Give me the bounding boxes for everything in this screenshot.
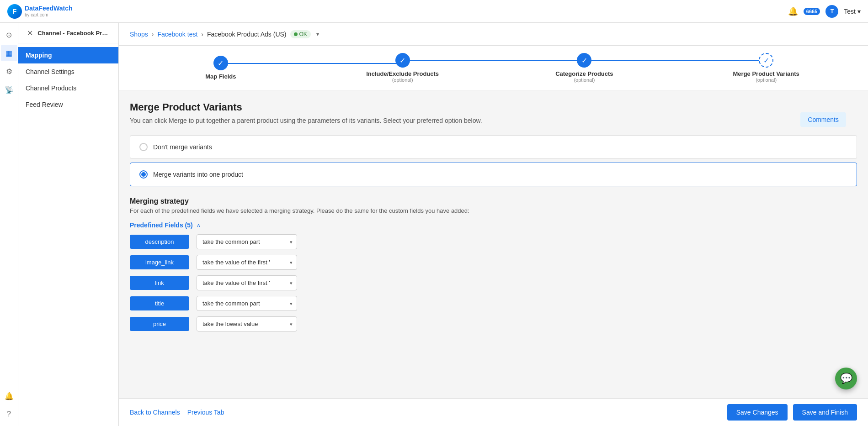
back-to-channels-button[interactable]: Back to Channels (130, 409, 180, 416)
sidebar-icon-bell[interactable]: 🔔 (1, 388, 17, 404)
field-tag-description[interactable]: description (130, 235, 189, 249)
step-circle-2: ✓ (395, 53, 410, 68)
option-no-merge[interactable]: Don't merge variants (130, 135, 857, 159)
status-dot (294, 32, 298, 36)
nav-item-feed-review[interactable]: Feed Review (18, 96, 118, 113)
field-row-title: title take the common part take the valu… (130, 296, 857, 311)
step-include-exclude: ✓ Include/Exclude Products (optional) (312, 53, 494, 83)
field-tag-title[interactable]: title (130, 296, 189, 310)
radio-merge-inner (141, 172, 146, 177)
field-select-price[interactable]: take the common part take the value of t… (197, 316, 297, 331)
main-content: Merge Product Variants You can click Mer… (119, 90, 868, 398)
panel-title: Channel - Facebook Produ... (37, 30, 111, 37)
select-wrapper-title: take the common part take the value of t… (197, 296, 297, 311)
close-panel-button[interactable]: ✕ (26, 28, 34, 37)
field-tag-image-link[interactable]: image_link (130, 255, 189, 269)
field-select-description[interactable]: take the common part take the value of t… (197, 234, 297, 249)
main-layout: ⊙ ▦ ⚙ 📡 🔔 ? ✕ Channel - Facebook Produ..… (0, 23, 868, 426)
option-merge[interactable]: Merge variants into one product (130, 163, 857, 186)
breadcrumb-current: Facebook Product Ads (US) (207, 31, 287, 38)
logo-icon: F (7, 4, 22, 19)
left-panel: ✕ Channel - Facebook Produ... Mapping Ch… (18, 23, 119, 426)
strategy-section: Merging strategy For each of the predefi… (130, 197, 857, 331)
predefined-label[interactable]: Predefined Fields (5) (130, 221, 193, 229)
field-row-link: link take the common part take the value… (130, 275, 857, 290)
field-select-link[interactable]: take the common part take the value of t… (197, 275, 297, 290)
select-wrapper-price: take the common part take the value of t… (197, 316, 297, 331)
logo-text: DataFeedWatch by cart.com (25, 5, 73, 18)
field-tag-price[interactable]: price (130, 317, 189, 331)
step-circle-4: ✓ (759, 53, 773, 68)
field-select-image-link[interactable]: take the common part take the value of t… (197, 255, 297, 270)
sidebar-icon-grid[interactable]: ▦ (1, 45, 17, 61)
topbar-right: 🔔 6665 T Test ▾ (788, 5, 861, 18)
icon-sidebar: ⊙ ▦ ⚙ 📡 🔔 ? (0, 23, 18, 426)
nav-item-mapping[interactable]: Mapping (18, 47, 118, 63)
field-select-title[interactable]: take the common part take the value of t… (197, 296, 297, 311)
chat-fab-button[interactable]: 💬 (835, 368, 857, 389)
option-no-merge-label: Don't merge variants (153, 143, 212, 151)
breadcrumb-bar: Shops › Facebook test › Facebook Product… (119, 23, 868, 46)
radio-no-merge (139, 143, 148, 151)
bell-icon[interactable]: 🔔 (788, 6, 798, 16)
radio-merge (139, 170, 148, 179)
strategy-description: For each of the predefined fields we hav… (130, 207, 857, 214)
step-merge: ✓ Merge Product Variants (optional) (675, 53, 857, 83)
topbar: F DataFeedWatch by cart.com 🔔 6665 T Tes… (0, 0, 868, 23)
select-wrapper-image-link: take the common part take the value of t… (197, 255, 297, 270)
save-finish-button[interactable]: Save and Finish (793, 404, 857, 421)
user-menu[interactable]: Test ▾ (844, 8, 861, 15)
field-row-price: price take the common part take the valu… (130, 316, 857, 331)
step-label-1: Map Fields (205, 73, 236, 80)
step-circle-1: ✓ (213, 56, 228, 70)
bottom-left: Back to Channels Previous Tab (130, 409, 224, 416)
predefined-header: Predefined Fields (5) ∧ (130, 221, 857, 229)
user-dropdown-icon: ▾ (857, 8, 861, 15)
breadcrumb-shops[interactable]: Shops (130, 31, 148, 38)
user-avatar: T (825, 5, 838, 18)
nav-item-channel-products[interactable]: Channel Products (18, 80, 118, 96)
step-label-2: Include/Exclude Products (366, 70, 439, 77)
select-wrapper-description: take the common part take the value of t… (197, 234, 297, 249)
comments-button[interactable]: Comments (800, 112, 846, 127)
content-area: Shops › Facebook test › Facebook Product… (119, 23, 868, 426)
step-label-3: Categorize Products (555, 70, 613, 77)
previous-tab-button[interactable]: Previous Tab (187, 409, 224, 416)
left-nav: Mapping Channel Settings Channel Product… (18, 43, 118, 116)
step-label-4: Merge Product Variants (733, 70, 799, 77)
field-tag-link[interactable]: link (130, 276, 189, 290)
breadcrumb-facebook-test[interactable]: Facebook test (157, 31, 197, 38)
breadcrumb-sep-2: › (201, 31, 203, 38)
user-count: 6665 (804, 8, 820, 15)
channel-dropdown-arrow[interactable]: ▾ (316, 31, 319, 37)
save-changes-button[interactable]: Save Changes (727, 404, 788, 421)
bottom-right: Save Changes Save and Finish (727, 404, 857, 421)
field-row-image-link: image_link take the common part take the… (130, 255, 857, 270)
page-title: Merge Product Variants (130, 101, 857, 113)
steps-bar: ✓ Map Fields ✓ Include/Exclude Products … (119, 46, 868, 90)
sidebar-icon-settings[interactable]: ⚙ (1, 63, 17, 79)
strategy-title: Merging strategy (130, 197, 857, 205)
field-row-description: description take the common part take th… (130, 234, 857, 249)
topbar-left: F DataFeedWatch by cart.com (7, 4, 73, 19)
left-panel-header: ✕ Channel - Facebook Produ... (18, 23, 118, 43)
step-sublabel-3: (optional) (574, 77, 595, 83)
predefined-chevron[interactable]: ∧ (197, 222, 201, 228)
bottom-bar: Back to Channels Previous Tab Save Chang… (119, 398, 868, 426)
sidebar-icon-broadcast[interactable]: 📡 (1, 81, 17, 98)
nav-item-channel-settings[interactable]: Channel Settings (18, 63, 118, 80)
step-circle-3: ✓ (577, 53, 591, 68)
step-sublabel-4: (optional) (756, 77, 777, 83)
option-merge-label: Merge variants into one product (153, 171, 243, 178)
step-map-fields: ✓ Map Fields (130, 56, 312, 80)
page-description: You can click Merge to put together a pa… (130, 117, 857, 124)
logo: F DataFeedWatch by cart.com (7, 4, 73, 19)
sidebar-icon-help[interactable]: ? (1, 406, 17, 422)
breadcrumb-sep-1: › (152, 31, 154, 38)
select-wrapper-link: take the common part take the value of t… (197, 275, 297, 290)
step-sublabel-2: (optional) (392, 77, 413, 83)
status-text: OK (299, 31, 307, 37)
sidebar-icon-home[interactable]: ⊙ (1, 26, 17, 43)
status-badge: OK (290, 30, 311, 38)
step-categorize: ✓ Categorize Products (optional) (494, 53, 676, 83)
